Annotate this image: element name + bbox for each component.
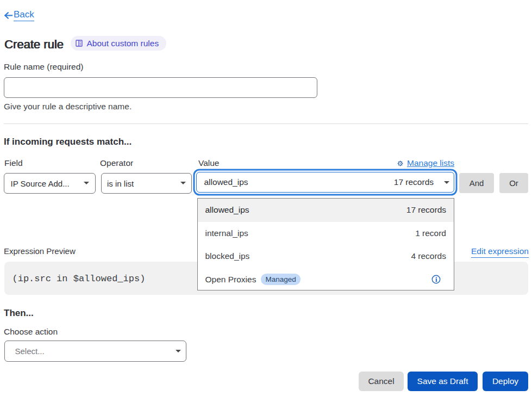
svg-text:i: i bbox=[435, 275, 437, 283]
